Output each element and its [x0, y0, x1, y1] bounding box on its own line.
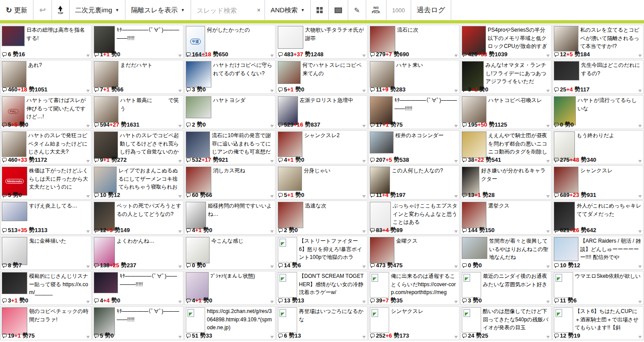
expand-triangle-icon[interactable]	[270, 55, 274, 57]
thread-card[interactable]: 先生今回はどこのだれにするの? 25 +4 勢 117	[552, 60, 644, 94]
expand-triangle-icon[interactable]	[178, 195, 182, 198]
expand-triangle-icon[interactable]	[362, 125, 366, 127]
thread-thumbnail[interactable]	[94, 26, 115, 53]
expand-triangle-icon[interactable]	[638, 55, 642, 57]
thread-card[interactable]: 流石に10年前の発言で謝罪に追い込まれるってにじアンの俺でも可哀想だ 532 +…	[184, 130, 276, 164]
thread-card[interactable]: 何でハヤトスレにコピペ来てんの 5 +1 勢 0	[276, 60, 368, 94]
thread-thumbnail[interactable]	[278, 131, 302, 157]
expand-triangle-icon[interactable]	[86, 336, 90, 338]
thread-thumbnail[interactable]	[370, 131, 394, 153]
thread-thumbnail[interactable]	[2, 61, 26, 87]
thread-thumbnail[interactable]	[370, 61, 394, 87]
expand-triangle-icon[interactable]	[362, 336, 366, 338]
thread-card[interactable]: シャンクスレ2 4 +1 勢 0	[276, 130, 368, 164]
thread-card[interactable]: 私のスレを立てるとコピペが湧いて隔離されるって本当ですか!? 12 +5 勢 1…	[552, 25, 644, 59]
thread-card[interactable]: ｷﾀ―――――(ﾟ∀ﾟ)―――――!!!!! 17 +1 勢 75	[368, 95, 460, 129]
expand-triangle-icon[interactable]	[86, 266, 90, 268]
expand-triangle-icon[interactable]	[362, 266, 366, 268]
expand-triangle-icon[interactable]	[638, 336, 642, 338]
expand-triangle-icon[interactable]	[178, 266, 182, 268]
thread-card[interactable]: ｷﾀ―――――(ﾟ∀ﾟ)―――――!!!!! 1 +1 勢 0	[92, 25, 184, 59]
expand-triangle-icon[interactable]	[362, 195, 366, 198]
thread-card[interactable]: 左派テロリスト急増中 523 +16 勢 837	[276, 95, 368, 129]
expand-triangle-icon[interactable]	[86, 160, 90, 163]
expand-triangle-icon[interactable]	[86, 230, 90, 233]
thread-card[interactable]: ｷﾀ―――――(ﾟ∀ﾟ)―――――!!!!! 4 +4 勢 0	[92, 271, 184, 305]
thread-thumbnail[interactable]	[278, 167, 302, 191]
thread-thumbnail[interactable]	[2, 307, 27, 335]
expand-triangle-icon[interactable]	[270, 125, 274, 127]
thread-thumbnail[interactable]	[462, 272, 481, 298]
thread-card[interactable]: 金曜クス 473 勢 475	[368, 236, 460, 270]
expand-triangle-icon[interactable]	[362, 230, 366, 233]
thread-card[interactable]: 姫様拷問の時間ですいいよね… 4 +1 勢 0	[184, 200, 276, 235]
thread-card[interactable]: 流石に次 279 +7 勢 690	[368, 25, 460, 59]
thread-thumbnail[interactable]	[278, 26, 303, 49]
thread-card[interactable]: 分身じゃい 5 +1 勢 0	[276, 165, 368, 200]
thread-thumbnail[interactable]	[370, 307, 389, 333]
thread-card[interactable]: 俺に出来るのは通報することくらいだhttps://cover-corp.com/…	[368, 271, 460, 305]
expand-triangle-icon[interactable]	[362, 160, 366, 163]
thread-thumbnail[interactable]	[554, 26, 578, 51]
thread-thumbnail[interactable]	[462, 307, 481, 333]
thread-card[interactable]: 選挙クス 144 勢 150	[460, 200, 552, 235]
thread-thumbnail[interactable]	[554, 167, 578, 193]
filter-select-dropdown[interactable]: 隔離スレを表示 ▼	[125, 0, 191, 20]
expand-triangle-icon[interactable]	[454, 195, 458, 198]
expand-triangle-icon[interactable]	[546, 230, 550, 233]
expand-triangle-icon[interactable]	[638, 301, 642, 303]
thread-thumbnail[interactable]	[462, 237, 487, 259]
thread-card[interactable]: 鬼に金棒描いた 8 勢 7	[0, 236, 92, 270]
thread-card[interactable]: この人何した人なの? 11 +4 勢 197	[368, 165, 460, 200]
and-search-dropdown[interactable]: AND検索 ▼	[265, 0, 311, 20]
thread-thumbnail[interactable]	[186, 61, 211, 87]
expand-triangle-icon[interactable]	[454, 230, 458, 233]
expand-triangle-icon[interactable]	[454, 55, 458, 57]
thread-thumbnail[interactable]	[278, 61, 301, 84]
thread-thumbnail[interactable]	[2, 131, 26, 157]
thread-limit-button[interactable]: 1000	[386, 0, 411, 20]
thread-thumbnail[interactable]	[2, 272, 27, 294]
thread-card[interactable]: PS4proやSeriesSの半分以下のメモリ帯域と低クロックCPUが致命的すぎ…	[460, 25, 552, 59]
thread-card[interactable]: ハヤトのスレでコピペ起動してるけどさそれ荒らし行為って自覚ないのか 9 +1 勢…	[92, 130, 184, 164]
thread-thumbnail[interactable]	[370, 272, 389, 298]
expand-triangle-icon[interactable]	[454, 301, 458, 303]
edit-button[interactable]: ✎	[348, 0, 366, 20]
thread-card[interactable]: あれ? 460 +18 勢 1051	[0, 60, 92, 94]
expand-triangle-icon[interactable]	[546, 336, 550, 338]
thread-thumbnail[interactable]	[186, 202, 206, 229]
expand-triangle-icon[interactable]	[178, 230, 182, 233]
expand-triangle-icon[interactable]	[86, 55, 90, 57]
expand-triangle-icon[interactable]	[362, 90, 366, 92]
expand-triangle-icon[interactable]	[178, 301, 182, 303]
thread-card[interactable]: 桜井のネコシンダー 207 +5 勢 538	[368, 130, 460, 164]
thread-card[interactable]: ﾌﾟｼｬｧ!(まんし状態) 4 +1 勢 0	[184, 271, 276, 305]
thread-card[interactable]: PAL ハヤトって書けばスレが伸びるって聞いたんですけど…! 5 +5 勢 0	[0, 95, 92, 129]
thread-card[interactable]: ウマエロSkeb依頼が欲しい 11 勢 6	[552, 271, 644, 305]
thread-card[interactable]: ペットの死でバズろうとするの人としてどうなの? 12 +3 勢 149	[92, 200, 184, 235]
thread-card[interactable]: もう終わりだよ 275 +48 勢 340	[552, 130, 644, 164]
thread-card[interactable]: まだだハヤト 7 +1 勢 66	[92, 60, 184, 94]
expand-triangle-icon[interactable]	[270, 195, 274, 198]
thread-thumbnail[interactable]	[94, 61, 118, 87]
expand-triangle-icon[interactable]	[454, 336, 458, 338]
thread-thumbnail[interactable]	[94, 131, 118, 159]
thread-card[interactable]: ハヤトのスレで発狂コピペタイム始まったけどにじさんじ大丈夫? 460 +33 勢…	[0, 130, 92, 164]
thread-thumbnail[interactable]	[94, 272, 118, 293]
expand-triangle-icon[interactable]	[362, 301, 366, 303]
thread-thumbnail[interactable]	[94, 96, 118, 123]
expand-triangle-icon[interactable]	[638, 90, 642, 92]
thread-thumbnail[interactable]	[370, 237, 394, 263]
thread-card[interactable]: 外人がこれにめっちゃキレててダメだった 621 +26 勢 642	[552, 200, 644, 235]
thread-thumbnail[interactable]	[278, 237, 297, 262]
thread-card[interactable]: ええんやで騎士団が昼夜を問わず都合の悪いニコニコ動画のタグを削除し 38 +22…	[460, 130, 552, 164]
thread-thumbnail[interactable]	[554, 61, 579, 80]
thread-thumbnail[interactable]	[554, 272, 573, 298]
thread-card[interactable]: 最近のニンダイ後のお通夜みたいな雰囲気ホント好き 3 勢 0	[460, 271, 552, 305]
thread-thumbnail[interactable]	[278, 307, 297, 333]
thread-thumbnail[interactable]	[554, 307, 573, 333]
expand-triangle-icon[interactable]	[362, 55, 366, 57]
thread-thumbnail[interactable]	[370, 167, 390, 194]
expand-triangle-icon[interactable]	[638, 266, 642, 268]
thread-card[interactable]: 日本の総理は高市を指名する! 6 勢 16	[0, 25, 92, 59]
